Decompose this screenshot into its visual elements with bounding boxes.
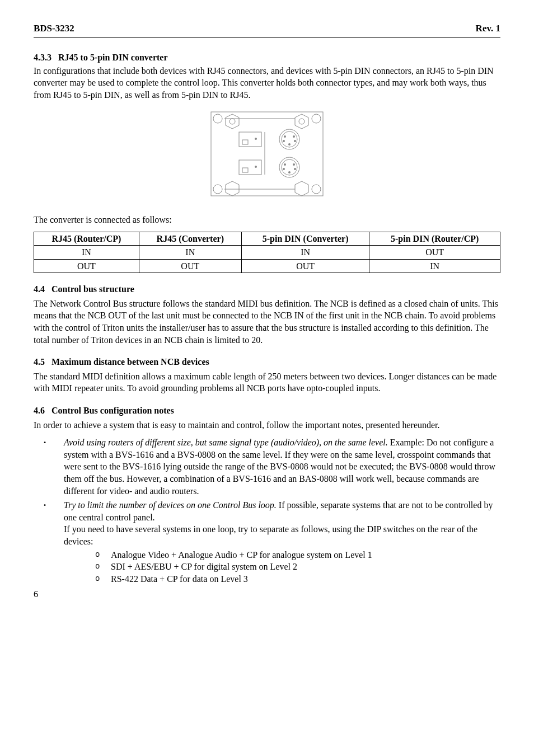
heading-4-3-3: 4.3.3 RJ45 to 5-pin DIN converter bbox=[34, 51, 500, 64]
connection-table: RJ45 (Router/CP) RJ45 (Converter) 5-pin … bbox=[34, 232, 500, 274]
svg-marker-30 bbox=[295, 181, 308, 196]
svg-point-24 bbox=[284, 163, 286, 166]
converter-diagram bbox=[34, 106, 500, 205]
svg-marker-7 bbox=[295, 114, 308, 129]
svg-point-2 bbox=[312, 114, 321, 123]
svg-point-4 bbox=[312, 185, 321, 194]
bullet2-lead: Try to limit the number of devices on on… bbox=[64, 500, 277, 510]
svg-point-17 bbox=[294, 140, 296, 142]
svg-point-22 bbox=[279, 157, 299, 177]
para-4-5: The standard MIDI definition allows a ma… bbox=[34, 370, 500, 395]
sub-item: SDI + AES/EBU + CP for digital system on… bbox=[64, 561, 500, 573]
svg-point-11 bbox=[255, 138, 257, 140]
table-row: IN IN IN OUT bbox=[34, 246, 500, 260]
bullet1-lead: Avoid using routers of different size, b… bbox=[64, 438, 388, 447]
para-4-6-intro: In order to achieve a system that is eas… bbox=[34, 419, 500, 431]
list-item: Try to limit the number of devices on on… bbox=[34, 499, 500, 585]
bullet2-line2: If you need to have several systems in o… bbox=[64, 524, 477, 546]
svg-point-1 bbox=[213, 114, 222, 123]
svg-rect-10 bbox=[242, 140, 248, 144]
heading-4-5: 4.5 Maximum distance between NCB devices bbox=[34, 356, 500, 368]
svg-point-8 bbox=[299, 119, 305, 124]
th-din-conv: 5-pin DIN (Converter) bbox=[241, 232, 369, 246]
svg-point-3 bbox=[213, 185, 222, 194]
th-rj45-conv: RJ45 (Converter) bbox=[139, 232, 241, 246]
sub-list: Analogue Video + Analogue Audio + CP for… bbox=[64, 549, 500, 585]
list-item: Avoid using routers of different size, b… bbox=[34, 436, 500, 497]
doc-id: BDS-3232 bbox=[34, 22, 74, 35]
th-din-router: 5-pin DIN (Router/CP) bbox=[369, 232, 500, 246]
sub-item: RS-422 Data + CP for data on Level 3 bbox=[64, 573, 500, 585]
svg-point-12 bbox=[279, 129, 299, 149]
notes-list: Avoid using routers of different size, b… bbox=[34, 436, 500, 585]
heading-4-4: 4.4 Control bus structure bbox=[34, 283, 500, 295]
svg-point-16 bbox=[283, 140, 285, 142]
table-row: OUT OUT OUT IN bbox=[34, 259, 500, 273]
page-number: 6 bbox=[34, 588, 500, 600]
svg-point-21 bbox=[255, 166, 257, 168]
para-4-4: The Network Control Bus structure follow… bbox=[34, 298, 500, 346]
svg-point-26 bbox=[283, 168, 285, 170]
svg-point-25 bbox=[293, 163, 295, 166]
svg-point-6 bbox=[229, 119, 235, 124]
converter-intro: The converter is connected as follows: bbox=[34, 214, 500, 226]
svg-point-14 bbox=[284, 135, 286, 138]
sub-item: Analogue Video + Analogue Audio + CP for… bbox=[64, 549, 500, 561]
svg-point-15 bbox=[293, 135, 295, 138]
svg-marker-29 bbox=[226, 181, 239, 196]
th-rj45-router: RJ45 (Router/CP) bbox=[34, 232, 139, 246]
svg-point-28 bbox=[288, 171, 291, 173]
para-4-3-3: In configurations that include both devi… bbox=[34, 65, 500, 101]
svg-point-27 bbox=[294, 168, 296, 170]
page-header: BDS-3232 Rev. 1 bbox=[34, 22, 500, 38]
svg-point-18 bbox=[288, 143, 291, 145]
heading-4-6: 4.6 Control Bus configuration notes bbox=[34, 405, 500, 417]
doc-rev: Rev. 1 bbox=[476, 22, 500, 35]
svg-marker-5 bbox=[226, 114, 239, 129]
svg-rect-20 bbox=[242, 168, 248, 172]
